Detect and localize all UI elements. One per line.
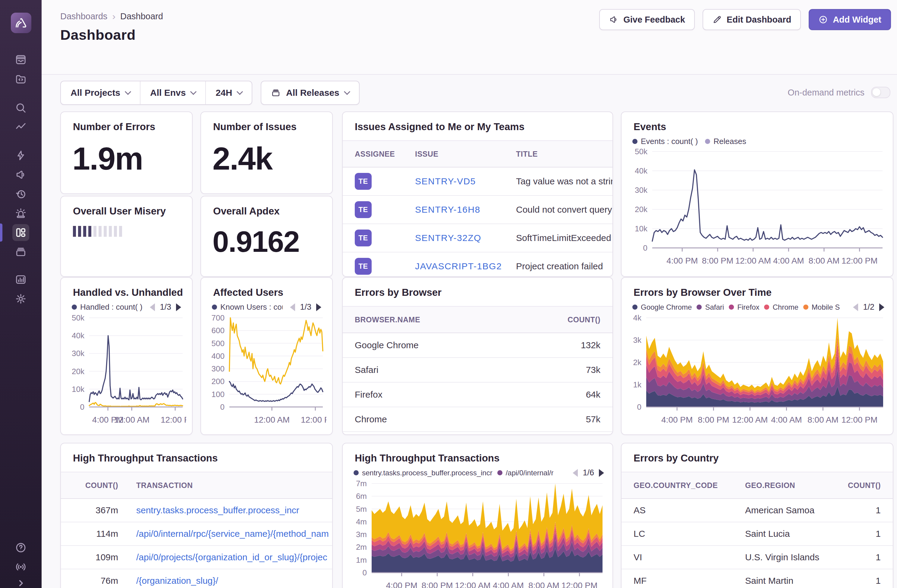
series-dot — [212, 304, 217, 310]
issue-link[interactable]: SENTRY-VD5 — [415, 176, 476, 186]
prev-page-icon[interactable] — [150, 303, 155, 311]
legend-item[interactable]: Handled : count( ) — [72, 302, 142, 312]
table-row[interactable]: LC Saint Lucia 1 — [621, 522, 893, 546]
browser-stacked-area-chart[interactable]: 01k2k3k4k4:00 PM8:00 PM12:00 AM4:00 AM8:… — [628, 313, 887, 426]
widget-high-throughput-chart[interactable]: High Throughput Transactions sentry.task… — [342, 443, 613, 588]
broadcast-icon[interactable] — [12, 559, 29, 575]
table-row[interactable]: MF Saint Martin 1 — [621, 569, 893, 588]
legend-item[interactable]: Mobile S — [803, 303, 840, 312]
issue-link[interactable]: SENTRY-16H8 — [415, 205, 481, 214]
widget-number-of-issues[interactable]: Number of Issues 2.4k — [201, 111, 333, 194]
widget-errors-by-browser-over-time[interactable]: Errors by Browser Over Time Google Chrom… — [621, 277, 893, 435]
add-widget-button[interactable]: Add Widget — [809, 9, 891, 30]
legend-item[interactable]: Chrome — [764, 303, 798, 312]
table-row[interactable]: 76m /{organization_slug}/ — [61, 569, 332, 588]
collapse-sidebar-icon[interactable] — [12, 575, 29, 588]
dashboards-icon[interactable] — [12, 224, 29, 241]
widget-affected-users[interactable]: Affected Users Known Users : cour 1/3 01… — [201, 277, 333, 435]
legend-item[interactable]: Firefox — [729, 303, 759, 312]
legend-item[interactable]: Known Users : cour — [212, 302, 283, 312]
lightning-icon[interactable] — [12, 147, 29, 164]
table-row[interactable]: 367m sentry.tasks.process_buffer.process… — [61, 499, 332, 522]
table-row[interactable]: TE SENTRY-VD5 Tag value was not a strin — [343, 168, 612, 196]
releases-filter[interactable]: All Releases — [261, 81, 360, 105]
table-row[interactable]: TE SENTRY-16H8 Could not convert query — [343, 196, 612, 224]
breadcrumb-dashboards[interactable]: Dashboards — [60, 11, 107, 21]
widget-handled-vs-unhandled[interactable]: Handled vs. Unhandled Handled : count( )… — [60, 277, 193, 435]
throughput-stacked-area-chart[interactable]: 01m2m3m4m5m6m7m4:00 PM8:00 PM12:00 AM4:0… — [348, 479, 606, 588]
widget-title: Errors by Browser Over Time — [621, 278, 893, 298]
table-row[interactable]: VI U.S. Virgin Islands 1 — [621, 546, 893, 569]
legend-pager: 1/6 — [572, 468, 604, 478]
next-page-icon[interactable] — [879, 303, 884, 311]
replays-icon[interactable] — [12, 186, 29, 202]
megaphone-icon[interactable] — [12, 166, 29, 183]
issue-link[interactable]: JAVASCRIPT-1BG2 — [415, 261, 502, 271]
transaction-link[interactable]: /api/0/projects/{organization_id_or_slug… — [136, 552, 328, 562]
table-row[interactable]: AS American Samoa 1 — [621, 499, 893, 522]
svg-text:1m: 1m — [356, 556, 367, 565]
releases-icon[interactable] — [12, 243, 29, 260]
environment-filter[interactable]: All Envs — [140, 81, 205, 104]
transaction-link[interactable]: sentry.tasks.process_buffer.process_incr — [136, 505, 299, 515]
settings-icon[interactable] — [12, 290, 29, 307]
table-header: ASSIGNEE ISSUE TITLE — [343, 141, 612, 168]
sentry-logo[interactable] — [11, 13, 31, 33]
performance-icon[interactable] — [12, 119, 29, 136]
widget-events-chart[interactable]: Events Events : count( ) Releases 010k20… — [621, 111, 893, 277]
legend-item[interactable]: Google Chrome — [632, 303, 692, 312]
table-row[interactable]: 114m /api/0/internal/rpc/{service_name}/… — [61, 522, 332, 546]
prev-page-icon[interactable] — [572, 469, 578, 477]
widget-number-of-errors[interactable]: Number of Errors 1.9m — [60, 111, 193, 194]
affected-users-line-chart[interactable]: 010020030040050060070012:00 AM12:00 P — [205, 313, 326, 426]
table-row[interactable]: Mobile Safari 38k — [343, 432, 612, 435]
widget-issues-assigned[interactable]: Issues Assigned to Me or My Teams ASSIGN… — [342, 111, 613, 277]
project-filter[interactable]: All Projects — [61, 81, 140, 104]
give-feedback-button[interactable]: Give Feedback — [599, 9, 695, 30]
transaction-link[interactable]: /api/0/internal/rpc/{service_name}/{meth… — [136, 528, 329, 539]
stats-icon[interactable] — [12, 271, 29, 288]
widget-title: High Throughput Transactions — [61, 443, 332, 464]
table-row[interactable]: Safari 73k — [343, 358, 612, 383]
widget-errors-by-country[interactable]: Errors by Country GEO.COUNTRY_CODE GEO.R… — [621, 443, 893, 588]
events-line-chart[interactable]: 010k20k30k40k50k4:00 PM8:00 PM12:00 AM4:… — [628, 147, 886, 267]
legend-item[interactable]: Safari — [696, 303, 724, 312]
widget-high-throughput-table[interactable]: High Throughput Transactions COUNT() TRA… — [60, 443, 333, 588]
widget-apdex[interactable]: Overall Apdex 0.9162 — [201, 196, 333, 277]
prev-page-icon[interactable] — [853, 303, 858, 311]
transaction-link[interactable]: /{organization_slug}/ — [136, 576, 218, 586]
table-row[interactable]: 109m /api/0/projects/{organization_id_or… — [61, 546, 332, 569]
handled-line-chart[interactable]: 010k20k30k40k50k4:00 PM12:00 AM12:00 P — [64, 313, 186, 426]
next-page-icon[interactable] — [176, 303, 181, 311]
next-page-icon[interactable] — [316, 303, 321, 311]
ondemand-metrics-label: On-demand metrics — [788, 88, 865, 98]
issues-icon[interactable] — [12, 51, 29, 68]
legend-pager: 1/2 — [853, 302, 884, 312]
edit-dashboard-button[interactable]: Edit Dashboard — [703, 9, 801, 30]
legend-item[interactable]: Releases — [705, 137, 746, 146]
team-avatar[interactable]: TE — [355, 258, 372, 275]
date-range-filter[interactable]: 24H — [205, 81, 252, 104]
widget-user-misery[interactable]: Overall User Misery — [60, 196, 193, 277]
team-avatar[interactable]: TE — [355, 173, 372, 190]
legend-item[interactable]: /api/0/internal/r — [497, 469, 554, 477]
search-icon[interactable] — [12, 99, 29, 116]
legend-item[interactable]: Events : count( ) — [632, 137, 698, 146]
table-row[interactable]: Firefox 64k — [343, 383, 612, 407]
alerts-icon[interactable] — [12, 205, 29, 222]
table-row[interactable]: TE JAVASCRIPT-1BG2 Project creation fail… — [343, 252, 612, 277]
prev-page-icon[interactable] — [290, 303, 295, 311]
next-page-icon[interactable] — [599, 469, 604, 477]
help-icon[interactable] — [12, 539, 29, 556]
table-row[interactable]: TE SENTRY-32ZQ SoftTimeLimitExceeded — [343, 224, 612, 252]
team-avatar[interactable]: TE — [355, 229, 372, 246]
legend-item[interactable]: sentry.tasks.process_buffer.process_incr — [354, 469, 493, 477]
issue-link[interactable]: SENTRY-32ZQ — [415, 233, 481, 243]
team-avatar[interactable]: TE — [355, 201, 372, 218]
widget-errors-by-browser[interactable]: Errors by Browser BROWSER.NAME COUNT() G… — [342, 277, 613, 435]
pencil-icon — [712, 15, 722, 24]
ondemand-metrics-toggle[interactable] — [871, 87, 890, 98]
table-row[interactable]: Google Chrome 132k — [343, 333, 612, 358]
projects-icon[interactable] — [12, 70, 29, 87]
table-row[interactable]: Chrome 57k — [343, 407, 612, 432]
